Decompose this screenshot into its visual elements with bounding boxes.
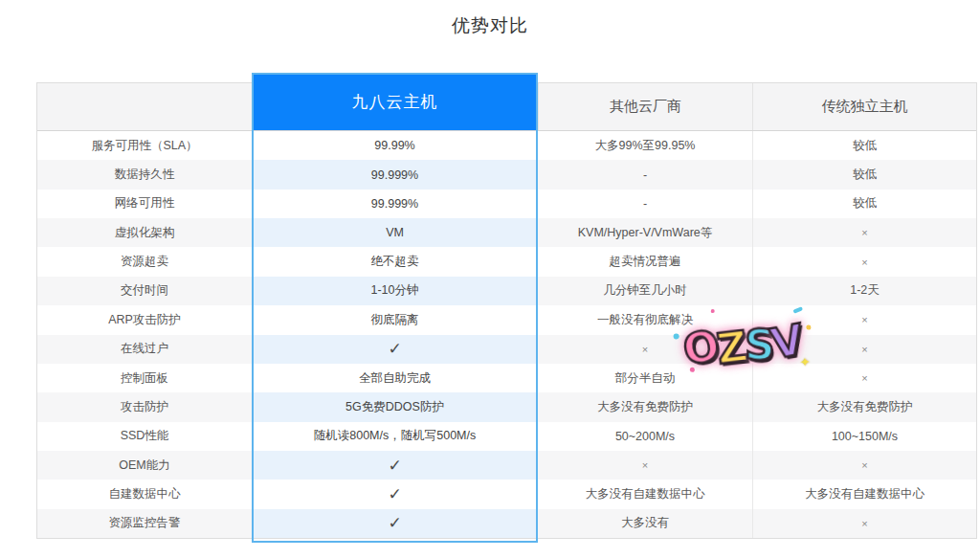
table-body: 服务可用性（SLA）99.99%大多99%至99.95%较低数据持久性99.99…	[37, 131, 976, 538]
table-row: 在线过户✓××	[37, 335, 976, 364]
other-vendors-value-cell: 几分钟至几小时	[538, 277, 752, 305]
traditional-value-cell: ×	[752, 218, 976, 247]
header-cell-traditional: 传统独立主机	[752, 83, 976, 130]
other-vendors-value-cell: 大多没有自建数据中心	[538, 480, 752, 508]
other-vendors-value-cell: 大多没有	[538, 509, 752, 538]
watermark-letter: Z	[715, 325, 747, 370]
graffiti-watermark: OZSV ✦	[679, 312, 807, 380]
other-vendors-value-cell: KVM/Hyper-V/VmWare等	[538, 218, 752, 247]
table-row: OEM能力✓××	[37, 451, 976, 480]
traditional-value-cell: ×	[752, 247, 976, 276]
traditional-value-cell: 较低	[752, 190, 976, 218]
table-row: ARP攻击防护彻底隔离一般没有彻底解决×	[37, 305, 976, 334]
row-label-cell: 自建数据中心	[37, 480, 252, 508]
row-label-cell: 攻击防护	[37, 392, 252, 421]
table-row: 数据持久性99.999%-较低	[37, 160, 976, 189]
table-row: SSD性能随机读800M/s，随机写500M/s50~200M/s100~150…	[37, 422, 976, 451]
table-row: 资源超卖绝不超卖超卖情况普遍×	[37, 247, 976, 276]
row-label-cell: ARP攻击防护	[37, 305, 252, 334]
row-label-cell: 控制面板	[37, 364, 252, 392]
hero-value-cell: 随机读800M/s，随机写500M/s	[252, 422, 538, 451]
table-row: 服务可用性（SLA）99.99%大多99%至99.95%较低	[37, 131, 976, 160]
traditional-value-cell: ×	[752, 509, 976, 538]
page-title: 优势对比	[0, 13, 980, 38]
traditional-value-cell: 较低	[752, 160, 976, 189]
hero-value-cell: 99.99%	[252, 131, 538, 160]
hero-value-cell: 1-10分钟	[252, 277, 538, 305]
row-label-cell: 在线过户	[37, 335, 252, 364]
traditional-value-cell: 大多没有自建数据中心	[752, 480, 976, 508]
hero-value-cell: ✓	[252, 451, 538, 480]
table-row: 资源监控告警✓大多没有×	[37, 509, 976, 538]
hero-value-cell: VM	[252, 218, 538, 247]
other-vendors-value-cell: 50~200M/s	[538, 422, 752, 451]
other-vendors-value-cell: ×	[538, 451, 752, 480]
row-label-cell: 数据持久性	[37, 160, 252, 189]
hero-value-cell: 绝不超卖	[252, 247, 538, 276]
other-vendors-value-cell: -	[538, 160, 752, 189]
header-cell-hero: 九八云主机	[252, 83, 538, 130]
header-cell-other-vendors: 其他云厂商	[538, 83, 752, 130]
other-vendors-value-cell: 大多99%至99.95%	[538, 131, 752, 160]
row-label-cell: 交付时间	[37, 277, 252, 305]
watermark-letters: OZSV	[679, 312, 807, 380]
hero-value-cell: ✓	[252, 480, 538, 508]
row-label-cell: 资源监控告警	[37, 509, 252, 538]
hero-column-header: 九八云主机	[252, 73, 538, 130]
table-row: 自建数据中心✓大多没有自建数据中心大多没有自建数据中心	[37, 480, 976, 508]
hero-value-cell: ✓	[252, 509, 538, 538]
traditional-value-cell: 1-2天	[752, 277, 976, 305]
table-row: 控制面板全部自助完成部分半自动×	[37, 364, 976, 392]
other-vendors-value-cell: 超卖情况普遍	[538, 247, 752, 276]
row-label-cell: OEM能力	[37, 451, 252, 480]
other-vendors-value-cell: 大多没有免费防护	[538, 392, 752, 421]
table-row: 网络可用性99.999%-较低	[37, 190, 976, 218]
row-label-cell: 网络可用性	[37, 190, 252, 218]
hero-value-cell: ✓	[252, 335, 538, 364]
other-vendors-value-cell: -	[538, 190, 752, 218]
hero-value-cell: 全部自助完成	[252, 364, 538, 392]
row-label-cell: SSD性能	[37, 422, 252, 451]
traditional-value-cell: ×	[752, 451, 976, 480]
traditional-value-cell: 100~150M/s	[752, 422, 976, 451]
traditional-value-cell: 较低	[752, 131, 976, 160]
table-row: 攻击防护5G免费DDOS防护大多没有免费防护大多没有免费防护	[37, 392, 976, 421]
hero-value-cell: 99.999%	[252, 190, 538, 218]
hero-value-cell: 99.999%	[252, 160, 538, 189]
header-cell-empty	[37, 83, 252, 130]
table-row: 交付时间1-10分钟几分钟至几小时1-2天	[37, 277, 976, 305]
hero-value-cell: 彻底隔离	[252, 305, 538, 334]
hero-value-cell: 5G免费DDOS防护	[252, 392, 538, 421]
sparkle-icon: ✦	[799, 355, 810, 369]
traditional-value-cell: 大多没有免费防护	[752, 392, 976, 421]
table-row: 虚拟化架构VMKVM/Hyper-V/VmWare等×	[37, 218, 976, 247]
row-label-cell: 服务可用性（SLA）	[37, 131, 252, 160]
table-header-row: 九八云主机 其他云厂商 传统独立主机	[37, 83, 976, 131]
row-label-cell: 资源超卖	[37, 247, 252, 276]
comparison-table: 九八云主机 其他云厂商 传统独立主机 服务可用性（SLA）99.99%大多99%…	[36, 82, 977, 539]
row-label-cell: 虚拟化架构	[37, 218, 252, 247]
